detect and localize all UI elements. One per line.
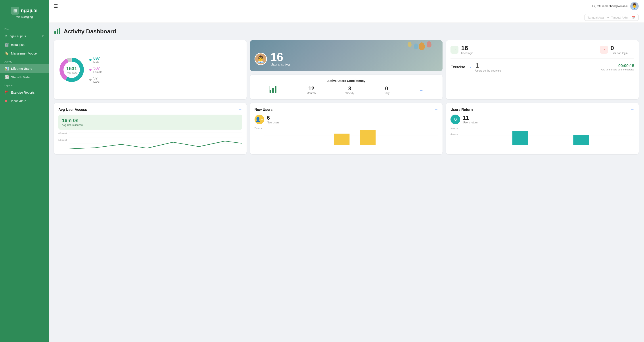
avg-time-label: Avg users access (62, 123, 238, 127)
calendar-icon: 📅 (632, 16, 636, 19)
user-non-login-count: 0 (610, 45, 628, 52)
new-users-chart: 2 users (254, 127, 438, 145)
balloon-4 (408, 42, 412, 47)
return-label: Users return (463, 121, 478, 124)
chart-y2-label: 50 menit (58, 139, 67, 141)
new-users-arrow[interactable]: → (434, 107, 438, 112)
new-users-y1: 2 users (254, 127, 262, 129)
sidebar-item-hapus-akun[interactable]: ✖ Hapus Akun (0, 97, 49, 105)
login-stats-arrow[interactable]: → (630, 47, 634, 52)
monthly-label: Monthly (307, 92, 316, 95)
exercise-desc: Users do the exercise (475, 69, 501, 72)
total-users-card: 1531 Total users 897 Male (54, 40, 246, 99)
new-users-count: 6 (267, 115, 280, 121)
logout-icon-box: → (600, 46, 608, 54)
chart-y1-label: 60 menit (58, 132, 67, 135)
return-count: 11 (463, 115, 478, 121)
avg-time-value: 16m 0s (62, 118, 238, 123)
active-user-avatar: 👨‍💼 (254, 53, 267, 65)
sidebar-item-mitra-plus[interactable]: 🏢 mitra plus (0, 40, 49, 49)
total-users-label: Total users (66, 72, 77, 74)
avatar: 👨‍💼 (630, 2, 639, 10)
avatar-icon: 👨‍💼 (631, 3, 638, 9)
new-users-label: New users (267, 121, 280, 124)
male-count: 897 (93, 56, 100, 61)
plus-icon: ⊕ (4, 34, 7, 38)
main-content-area: Activity Dashboard (49, 23, 644, 342)
svg-rect-11 (269, 86, 270, 93)
users-return-card: Users Return → ↻ 11 Users return 5 users… (446, 103, 639, 154)
svg-rect-22 (574, 135, 589, 145)
monthly-count: 12 (307, 85, 316, 92)
new-users-top: 👤+ 6 New users (254, 115, 438, 124)
page-title: Activity Dashboard (64, 28, 116, 35)
new-users-card: New Users → 👤+ 6 New users 2 users (250, 103, 443, 154)
concictency-chart-icon (269, 85, 277, 95)
logout-icon: → (602, 48, 606, 52)
users-legend: 897 Male 537 Female 97 (89, 56, 102, 84)
female-label: Female (93, 71, 102, 74)
none-label: None (93, 81, 100, 84)
users-return-chart: 5 users 4 users (450, 127, 634, 145)
date-arrow-icon: → (606, 16, 609, 19)
sidebar-item-manajemen-voucer[interactable]: 🏷️ Manajemen Voucer (0, 49, 49, 58)
exercise-avg-time-desc: Avg time users do the exercise (601, 68, 634, 71)
active-users-count: 16 (270, 51, 290, 63)
header: ☰ Hi, rafli.ramadhan@vokal.ai 👨‍💼 (49, 0, 644, 12)
dashboard-top-row: 1531 Total users 897 Male (54, 40, 639, 99)
svg-rect-1 (56, 29, 58, 34)
balloon-2 (426, 41, 432, 47)
concictency-daily: 0 Daily (384, 85, 390, 95)
user-login-count: 16 (461, 45, 473, 52)
sidebar: ▦ ngaji.ai this is staging Plus ⊕ ngaji.… (0, 0, 49, 342)
daily-count: 0 (384, 85, 390, 92)
date-filter-input[interactable]: Tanggal Awal → Tanggal Akhir 📅 (584, 14, 639, 21)
avg-access-arrow[interactable]: → (238, 107, 242, 112)
users-return-header: Users Return → (450, 107, 634, 112)
trend-icon: 📈 (4, 75, 9, 79)
return-y1: 5 users (450, 127, 458, 129)
logo-name: ngaji.ai (21, 8, 38, 13)
main-content: ☰ Hi, rafli.ramadhan@vokal.ai 👨‍💼 Tangga… (49, 0, 644, 342)
daily-label: Daily (384, 92, 390, 95)
svg-rect-10 (269, 86, 277, 86)
active-users-label: Users active (270, 63, 290, 67)
balloon-3 (414, 43, 418, 49)
hamburger-menu[interactable]: ☰ (54, 3, 58, 9)
male-dot (89, 59, 92, 61)
login-icon-box: → (450, 46, 458, 54)
exercise-avg-time: 00:00:15 (601, 64, 634, 68)
return-y2: 4 users (450, 133, 458, 136)
refresh-icon: ↻ (454, 117, 457, 122)
female-count: 537 (93, 66, 102, 71)
avg-access-chart: 60 menit 50 menit (58, 132, 242, 150)
svg-rect-17 (334, 134, 350, 145)
user-login-label: User login (461, 52, 473, 55)
concictency-stats: 12 Monthly 3 Weekly 0 Daily → (254, 85, 438, 95)
female-dot (89, 69, 92, 71)
none-dot (89, 79, 92, 81)
svg-rect-21 (512, 131, 528, 145)
concictency-arrow-icon[interactable]: → (419, 88, 424, 93)
concictency-card: Active Users Concictency (250, 75, 443, 99)
users-return-arrow[interactable]: → (630, 107, 634, 112)
logo-subtitle: this is staging (16, 15, 33, 18)
sidebar-item-ngaji-plus[interactable]: ⊕ ngaji.ai plus ▼ (0, 32, 49, 40)
users-return-title: Users Return (450, 108, 472, 112)
close-circle-icon: ✖ (4, 99, 7, 103)
stat-divider (450, 58, 634, 58)
sidebar-item-statistik-materi[interactable]: 📈 Statistik Materi (0, 73, 49, 81)
user-add-icon: 👤+ (254, 115, 264, 124)
new-users-header: New Users → (254, 107, 438, 112)
sidebar-item-lifetime-users[interactable]: 📊 Lifetime Users (0, 64, 49, 73)
sidebar-item-exercise-reports[interactable]: 🚩 Exercise Reports (0, 88, 49, 97)
sidebar-logo: ▦ ngaji.ai this is staging (0, 4, 49, 25)
legend-male: 897 Male (89, 56, 102, 64)
mitra-icon: 🏢 (4, 43, 9, 47)
sidebar-section-activity: Activity (0, 58, 49, 64)
active-overlay: 👨‍💼 16 Users active (254, 51, 290, 67)
svg-rect-18 (360, 130, 376, 145)
active-text: 16 Users active (270, 51, 290, 67)
donut-chart: 1531 Total users (58, 56, 85, 83)
avg-access-box: 16m 0s Avg users access (58, 115, 242, 130)
